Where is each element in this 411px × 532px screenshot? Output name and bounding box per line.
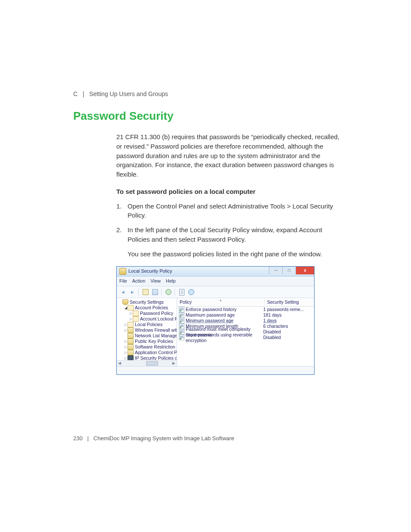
folder-icon	[128, 350, 134, 355]
separator	[138, 288, 140, 296]
collapse-icon[interactable]	[124, 305, 128, 311]
tree-item-label: Local Policies	[135, 322, 162, 327]
scroll-icon	[133, 316, 139, 322]
tree-item[interactable]: Windows Firewall with Advanc	[118, 327, 177, 333]
export-button[interactable]	[177, 288, 186, 296]
procedure-heading: To set password policies on a local comp…	[116, 187, 340, 196]
menu-action[interactable]: Action	[132, 278, 146, 285]
toolbar	[117, 286, 314, 298]
policy-icon	[179, 329, 184, 335]
policy-setting: Disabled	[261, 329, 314, 335]
scroll-icon	[128, 322, 134, 327]
local-security-policy-window: Local Security Policy ─ □ x File Action …	[116, 266, 314, 375]
step-text: In the left pane of the Local Security P…	[128, 225, 340, 244]
tree-pane[interactable]: Security SettingsAccount PoliciesPasswor…	[117, 298, 177, 366]
back-button[interactable]	[118, 288, 127, 296]
page-footer: 230 | ChemiDoc MP Imaging System with Im…	[73, 435, 234, 442]
step: 1. Open the Control Panel and select Adm…	[116, 202, 340, 221]
refresh-button[interactable]	[164, 288, 173, 296]
app-icon	[119, 268, 126, 275]
up-button[interactable]	[141, 288, 150, 296]
tree-item-label: Account Lockout Policy	[140, 316, 177, 322]
expand-icon[interactable]	[129, 311, 133, 316]
tree-item[interactable]: Application Control Policies	[118, 350, 177, 355]
tree-item[interactable]: Security Settings	[118, 299, 177, 305]
scroll-icon	[133, 311, 139, 316]
expand-icon[interactable]	[124, 322, 128, 327]
policy-row[interactable]: Enforce password history1 passwords reme…	[177, 307, 314, 312]
folder-up-icon	[143, 289, 149, 295]
window-title: Local Security Policy	[128, 268, 172, 275]
tree-item[interactable]: Password Policy	[118, 311, 177, 316]
expand-icon[interactable]	[124, 350, 128, 355]
tree-item[interactable]: Account Policies	[118, 305, 177, 311]
footer-text: ChemiDoc MP Imaging System with Image La…	[93, 435, 234, 442]
document-icon	[179, 289, 184, 296]
policy-icon	[179, 307, 184, 312]
titlebar[interactable]: Local Security Policy ─ □ x	[117, 267, 314, 277]
help-icon	[188, 289, 194, 295]
minimize-button[interactable]: ─	[269, 267, 282, 274]
folder-icon	[128, 333, 134, 339]
policy-setting: 1 days	[261, 318, 314, 324]
column-header-policy[interactable]: ▴ Policy	[177, 298, 265, 306]
tree-item-label: Windows Firewall with Advanc	[135, 327, 177, 333]
policy-icon	[179, 312, 184, 318]
statusbar	[117, 366, 314, 374]
policy-row[interactable]: Store passwords using reversible encrypt…	[177, 335, 314, 340]
policy-icon	[179, 318, 184, 324]
tree-item[interactable]: Account Lockout Policy	[118, 316, 177, 322]
expand-icon[interactable]	[124, 339, 128, 344]
help-button[interactable]	[187, 288, 196, 296]
expand-icon[interactable]	[129, 316, 133, 322]
folder-icon	[128, 344, 134, 350]
runhead-sep: |	[83, 90, 84, 97]
policy-name: Enforce password history	[186, 307, 237, 312]
tree-item[interactable]: Software Restriction Policies	[118, 344, 177, 350]
tree-item[interactable]: Local Policies	[118, 322, 177, 327]
scroll-thumb[interactable]	[146, 361, 158, 366]
policy-name: Minimum password age	[186, 318, 234, 324]
policy-row[interactable]: Maximum password age181 days	[177, 312, 314, 318]
folder-icon	[128, 327, 134, 333]
column-header-setting[interactable]: Security Setting	[265, 298, 314, 306]
grid-icon	[152, 289, 158, 295]
menu-help[interactable]: Help	[166, 278, 176, 285]
close-button[interactable]: x	[296, 267, 314, 274]
intro-paragraph: 21 CFR 11.300 (b) requires that password…	[116, 132, 340, 179]
list-pane[interactable]: ▴ Policy Security Setting Enforce passwo…	[177, 298, 314, 366]
menubar: File Action View Help	[117, 277, 314, 286]
tree-item[interactable]: Network List Manager Policies	[118, 333, 177, 339]
footer-sep: |	[87, 435, 89, 442]
runhead-letter: C	[73, 90, 78, 97]
tree-item[interactable]: Public Key Policies	[118, 339, 177, 344]
scroll-left-icon[interactable]: ◀	[118, 361, 121, 366]
policy-setting: 6 characters	[261, 324, 314, 329]
tree-item-label: Software Restriction Policies	[135, 344, 177, 350]
sort-ascending-icon: ▴	[220, 298, 221, 303]
expand-icon[interactable]	[124, 327, 128, 333]
properties-button[interactable]	[151, 288, 159, 296]
tree-item-label: Security Settings	[130, 299, 164, 305]
tree-item-label: Account Policies	[135, 305, 168, 311]
forward-button[interactable]	[128, 288, 137, 296]
maximize-button[interactable]: □	[282, 267, 296, 274]
menu-view[interactable]: View	[150, 278, 161, 285]
policy-icon	[179, 324, 184, 329]
scroll-right-icon[interactable]: ▶	[172, 361, 175, 366]
policy-icon	[179, 335, 184, 340]
page-number: 230	[73, 435, 83, 442]
policy-setting: 181 days	[261, 312, 314, 318]
menu-file[interactable]: File	[119, 278, 127, 285]
horizontal-scrollbar[interactable]: ◀▶	[117, 360, 177, 366]
step-text: Open the Control Panel and select Admini…	[128, 202, 340, 221]
expand-icon[interactable]	[124, 344, 128, 350]
runhead-text: Setting Up Users and Groups	[89, 90, 168, 97]
policy-setting: 1 passwords reme...	[261, 307, 314, 312]
shield-icon	[122, 299, 128, 305]
step: 2. In the left pane of the Local Securit…	[116, 225, 340, 244]
policy-name: Store passwords using reversible encrypt…	[186, 332, 261, 343]
scroll-icon	[128, 305, 134, 311]
tree-item-label: Password Policy	[140, 311, 173, 316]
policy-row[interactable]: Minimum password age1 days	[177, 318, 314, 324]
